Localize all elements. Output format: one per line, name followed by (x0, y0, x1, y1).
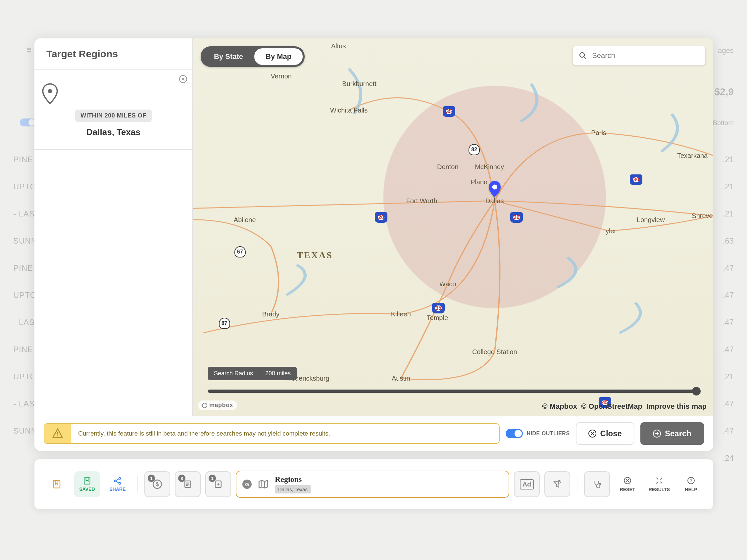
city-label: Tyler (602, 227, 616, 235)
city-label: Vernon (271, 73, 292, 80)
shield-i35: 35 (443, 106, 455, 117)
view-mode-toggle: By State By Map (201, 46, 305, 67)
hide-outliers-label: HIDE OUTLIERS (527, 431, 570, 436)
svg-point-4 (57, 435, 58, 436)
city-label: Austin (392, 374, 410, 382)
svg-point-0 (48, 89, 52, 93)
svg-rect-5 (53, 481, 60, 488)
city-label: Texarkana (677, 152, 707, 159)
shield-i20: 20 (510, 212, 523, 223)
shield-i30: 30 (630, 175, 642, 185)
svg-point-15 (599, 484, 601, 485)
within-badge: WITHIN 200 MILES OF (75, 110, 152, 122)
attrib-osm[interactable]: © OpenStreetMap (581, 402, 642, 411)
saved-button[interactable]: SAVED (74, 471, 100, 497)
city-label: Longview (637, 216, 665, 223)
count-badge-8: 8 (178, 475, 185, 482)
reset-button[interactable]: RESET (615, 476, 640, 492)
shield-i35b: 35 (432, 303, 445, 314)
city-label: Fort Worth (406, 197, 437, 205)
region-name: Dallas, Texas (41, 127, 186, 137)
dock-chip-list[interactable]: 8 (175, 471, 201, 497)
arrow-right-icon (653, 430, 661, 437)
help-label: HELP (678, 487, 704, 492)
city-label: College Station (472, 348, 517, 356)
beta-warning-text: Currently, this feature is still in beta… (71, 424, 337, 443)
search-radius-chip: Search Radius 200 miles (208, 367, 297, 380)
shield-i20w: 20 (375, 212, 387, 223)
regions-letter-badge: G (242, 480, 252, 489)
dock-chip-funnel[interactable] (544, 471, 570, 497)
dock-chip-money[interactable]: 1 $ (144, 471, 170, 497)
bookmark-button[interactable] (44, 471, 70, 497)
bg-bottom-label: Bottom (713, 119, 734, 127)
attrib-mapbox[interactable]: © Mapbox (542, 402, 577, 411)
count-badge-1: 1 (148, 475, 155, 482)
radius-value: 200 miles (259, 367, 297, 380)
shield-us82: 82 (468, 144, 480, 155)
share-label: SHARE (109, 486, 126, 492)
dock-chip-add[interactable]: 1 (205, 471, 231, 497)
svg-point-2 (580, 53, 585, 57)
map-search-box[interactable] (573, 46, 705, 65)
ad-label: Ad (520, 479, 534, 489)
svg-rect-6 (84, 478, 90, 484)
map-icon (258, 479, 269, 490)
map-panel[interactable]: DallasFort WorthDentonMcKinneyPlanoWichi… (193, 38, 713, 416)
regions-filter-pill[interactable]: G Regions Dallas, Texas (236, 471, 509, 498)
count-badge-1b: 1 (209, 475, 216, 482)
dock-chip-steth[interactable] (584, 471, 610, 497)
city-label: Denton (437, 163, 459, 170)
filter-icon: ≡ (26, 45, 31, 55)
results-label: RESULTS (646, 487, 672, 492)
map-roads (193, 38, 713, 416)
city-label: Wichita Falls (330, 106, 367, 114)
city-label: Paris (591, 129, 606, 137)
warning-icon (44, 424, 71, 443)
target-regions-card: Target Regions WITHIN 200 MILES OF Dalla… (34, 38, 713, 451)
city-label: Brady (262, 310, 280, 318)
svg-text:$: $ (156, 482, 159, 487)
dock-chip-ad[interactable]: Ad (514, 471, 540, 497)
close-button[interactable]: Close (576, 422, 635, 445)
radius-label: Search Radius (208, 367, 259, 380)
regions-title: Regions (275, 475, 311, 484)
tab-by-map[interactable]: By Map (254, 48, 303, 65)
map-attribution: © Mapbox © OpenStreetMap Improve this ma… (542, 402, 707, 411)
reset-label: RESET (615, 487, 640, 492)
city-label: Altus (331, 42, 346, 50)
map-center-marker[interactable] (489, 181, 501, 197)
state-label-texas: TEXAS (297, 250, 332, 261)
city-label: McKinney (475, 163, 504, 170)
city-label: Shreveport (692, 212, 713, 220)
improve-map-link[interactable]: Improve this map (646, 402, 706, 411)
remove-region-button[interactable] (179, 75, 187, 83)
radius-slider-thumb[interactable] (692, 387, 701, 396)
search-button[interactable]: Search (640, 422, 704, 445)
svg-text:?: ? (690, 478, 693, 483)
bg-price: $2,9 (715, 86, 734, 97)
mapbox-logo: mapbox (198, 400, 237, 410)
svg-point-3 (202, 403, 207, 408)
results-button[interactable]: RESULTS (646, 476, 672, 492)
city-label: Dallas (485, 197, 504, 205)
regions-subtitle: Dallas, Texas (275, 485, 311, 494)
hide-outliers-toggle[interactable] (506, 429, 523, 438)
share-button[interactable]: SHARE (105, 471, 130, 497)
help-button[interactable]: ? HELP (678, 476, 704, 492)
city-label: Plano (470, 178, 487, 186)
shield-us87: 87 (219, 318, 230, 329)
search-input[interactable] (591, 51, 699, 60)
beta-warning: Currently, this feature is still in beta… (44, 423, 500, 444)
panel-title: Target Regions (46, 48, 180, 59)
radius-slider[interactable] (208, 390, 698, 393)
search-icon (579, 52, 587, 59)
bg-toggle (20, 118, 36, 127)
close-button-label: Close (600, 429, 622, 438)
city-label: Temple (427, 314, 448, 322)
tab-by-state[interactable]: By State (203, 48, 254, 65)
search-button-label: Search (665, 429, 691, 438)
filter-dock: SAVED SHARE 1 $ 8 1 G Regions Dallas, Te… (34, 459, 713, 509)
region-card: WITHIN 200 MILES OF Dallas, Texas (34, 70, 192, 150)
city-label: Killeen (391, 310, 411, 318)
